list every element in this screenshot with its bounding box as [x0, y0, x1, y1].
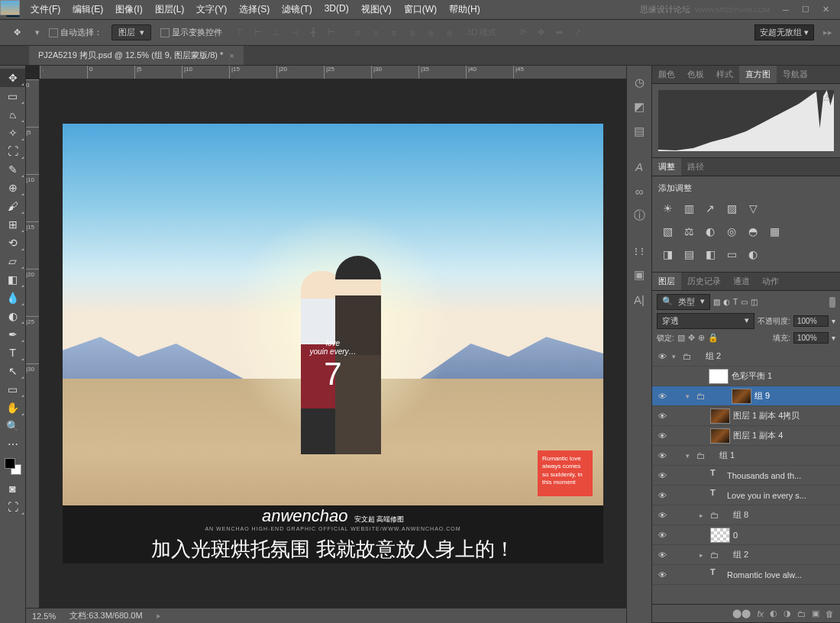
layer-name[interactable]: Love you in every s... — [727, 491, 837, 500]
info-panel-icon[interactable]: ⓘ — [627, 203, 651, 228]
visibility-toggle[interactable]: 👁 — [655, 471, 669, 480]
healing-tool[interactable]: ⊕ — [0, 179, 25, 197]
3d-pan-icon[interactable]: ✥ — [532, 24, 549, 41]
dist-top-icon[interactable]: ≡ — [349, 24, 366, 41]
layer-name[interactable]: 组 2 — [706, 350, 837, 362]
levels-icon[interactable]: ▥ — [681, 202, 696, 215]
expand-icon[interactable]: ▾ — [686, 452, 693, 460]
menu-edit[interactable]: 编辑(E) — [73, 3, 103, 16]
layer-filter-kind[interactable]: 🔍 类型 ▾ — [657, 294, 710, 310]
menu-select[interactable]: 选择(S) — [239, 3, 270, 16]
zoom-level[interactable]: 12.5% — [32, 612, 56, 621]
color-panel-icon[interactable]: ◷ — [627, 70, 651, 95]
close-tab-icon[interactable]: × — [229, 51, 234, 60]
layer-name[interactable]: 色彩平衡 1 — [732, 370, 837, 382]
menu-filter[interactable]: 滤镜(T) — [282, 3, 312, 16]
tab-swatches[interactable]: 色板 — [681, 66, 710, 83]
tab-styles[interactable]: 样式 — [710, 66, 739, 83]
hand-tool[interactable]: ✋ — [0, 399, 25, 417]
align-top-icon[interactable]: ⊤ — [231, 24, 248, 41]
close-button[interactable]: ✕ — [817, 5, 834, 15]
visibility-toggle[interactable]: 👁 — [655, 451, 669, 460]
visibility-toggle[interactable]: 👁 — [655, 550, 669, 560]
eraser-tool[interactable]: ▱ — [0, 252, 25, 270]
type-tool[interactable]: T — [0, 344, 25, 362]
layer-row[interactable]: 👁TLove you in every s... — [652, 486, 840, 505]
lasso-tool[interactable]: ⏢ — [0, 105, 25, 124]
lock-position-icon[interactable]: ✥ — [688, 333, 695, 343]
visibility-toggle[interactable]: 👁 — [655, 531, 669, 540]
layer-row[interactable]: 👁▸🗀组 8 — [652, 505, 840, 525]
layer-row[interactable]: 👁TRomantic love alw... — [652, 565, 840, 585]
tab-paths[interactable]: 路径 — [681, 158, 710, 176]
auto-select-target[interactable]: 图层 ▾ — [111, 24, 151, 40]
channelmixer-icon[interactable]: ◓ — [745, 224, 761, 238]
tab-navigator[interactable]: 导航器 — [777, 66, 814, 83]
layer-fx-icon[interactable]: fx — [757, 609, 764, 618]
crop-tool[interactable]: ⛶ — [0, 142, 25, 160]
lock-pixels-icon[interactable]: ▧ — [677, 333, 685, 343]
menu-window[interactable]: 窗口(W) — [404, 3, 437, 16]
path-tool[interactable]: ↖ — [0, 362, 25, 380]
filter-adjust-icon[interactable]: ◐ — [723, 298, 730, 306]
align-left-icon[interactable]: ⊣ — [286, 24, 303, 41]
filter-type-icon[interactable]: T — [733, 298, 738, 306]
align-right-icon[interactable]: ⊢ — [323, 24, 340, 41]
libraries-panel-icon[interactable]: ▤ — [627, 119, 651, 144]
menu-type[interactable]: 文字(Y) — [196, 3, 227, 16]
brushes-panel-icon[interactable]: ⫶⫶ — [627, 238, 651, 263]
document-tab[interactable]: PJ2A5219 拷贝.psd @ 12.5% (组 9, 图层蒙版/8) * … — [29, 46, 244, 65]
delete-layer-icon[interactable]: 🗑 — [825, 609, 834, 618]
properties-panel-icon[interactable]: ▣ — [627, 263, 651, 287]
fill-input[interactable] — [793, 332, 829, 344]
layer-row[interactable]: 👁0 — [652, 525, 840, 545]
new-adjustment-icon[interactable]: ◑ — [783, 608, 791, 618]
shape-tool[interactable]: ▭ — [0, 380, 25, 399]
expand-icon[interactable]: ▸ — [699, 512, 707, 519]
layer-name[interactable]: 组 1 — [719, 450, 837, 461]
cc-panel-icon[interactable]: ∞ — [627, 179, 651, 203]
layer-mask-icon[interactable]: ◐ — [770, 608, 777, 618]
posterize-icon[interactable]: ▤ — [681, 247, 696, 261]
expand-icon[interactable]: ▾ — [686, 392, 693, 400]
minimize-button[interactable]: ─ — [777, 5, 794, 15]
bw-icon[interactable]: ◐ — [703, 224, 718, 238]
dodge-tool[interactable]: ◐ — [0, 307, 25, 325]
new-group-icon[interactable]: 🗀 — [797, 609, 806, 618]
3d-orbit-icon[interactable]: ⟳ — [514, 24, 531, 41]
layer-row[interactable]: 👁▾🗀组 2 — [652, 347, 840, 366]
vibrance-icon[interactable]: ▽ — [745, 202, 761, 215]
layer-name[interactable]: 组 2 — [733, 549, 837, 560]
brush-tool[interactable]: 🖌 — [0, 197, 25, 215]
layer-row[interactable]: 👁▸🗀组 2 — [652, 545, 840, 565]
paragraph-panel-icon[interactable]: A| — [627, 287, 651, 312]
layer-name[interactable]: 图层 1 副本 4 — [733, 430, 837, 441]
tab-color[interactable]: 颜色 — [652, 66, 681, 83]
refresh-histogram-icon[interactable]: ⚠ — [823, 93, 831, 103]
ruler-vertical[interactable]: 0|5|10|15|20|25|30 — [26, 79, 40, 608]
character-panel-icon[interactable]: A — [627, 154, 651, 179]
colorbalance-icon[interactable]: ⚖ — [681, 224, 696, 238]
layer-row[interactable]: 色彩平衡 1 — [652, 366, 840, 386]
history-brush-tool[interactable]: ⟲ — [0, 234, 25, 252]
layers-list[interactable]: 👁▾🗀组 2色彩平衡 1👁▾🗀组 9👁图层 1 副本 4拷贝👁图层 1 副本 4… — [652, 347, 840, 604]
eyedropper-tool[interactable]: ✎ — [0, 160, 25, 179]
curves-icon[interactable]: ↗ — [703, 202, 718, 215]
tab-histogram[interactable]: 直方图 — [739, 66, 777, 83]
photofilter-icon[interactable]: ◎ — [724, 224, 739, 238]
stamp-tool[interactable]: ⊞ — [0, 215, 25, 234]
visibility-toggle[interactable]: 👁 — [655, 570, 669, 579]
search-icon[interactable]: ▸▸ — [823, 27, 832, 37]
canvas[interactable]: love youin every… 7 Romantic love always… — [40, 79, 626, 608]
swatches-panel-icon[interactable]: ◩ — [627, 95, 651, 119]
layer-name[interactable]: 0 — [733, 531, 837, 540]
visibility-toggle[interactable]: 👁 — [655, 352, 669, 361]
tab-layers[interactable]: 图层 — [652, 273, 681, 290]
show-transform-checkbox[interactable]: 显示变换控件 — [160, 27, 222, 38]
menu-layer[interactable]: 图层(L) — [155, 3, 185, 16]
move-tool[interactable]: ✥ — [0, 69, 25, 87]
tab-actions[interactable]: 动作 — [756, 273, 785, 290]
tab-channels[interactable]: 通道 — [727, 273, 756, 290]
new-layer-icon[interactable]: ▣ — [812, 608, 819, 618]
zoom-tool[interactable]: 🔍 — [0, 417, 25, 435]
